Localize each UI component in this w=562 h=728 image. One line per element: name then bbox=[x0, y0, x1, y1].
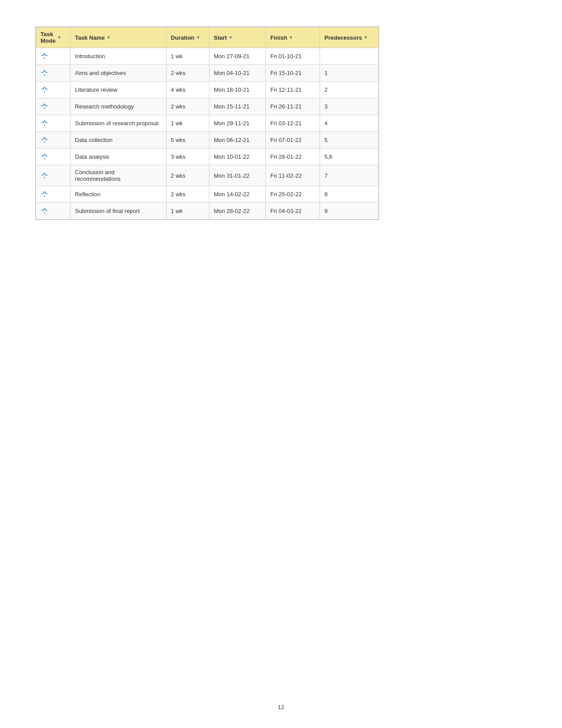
svg-point-3 bbox=[44, 55, 45, 56]
duration-cell: 2 wks bbox=[166, 98, 209, 115]
sort-arrow-duration: ▼ bbox=[196, 35, 200, 40]
predecessors-cell: 4 bbox=[320, 115, 378, 132]
svg-point-35 bbox=[44, 193, 45, 194]
predecessors-cell: 8 bbox=[320, 186, 378, 203]
sort-arrow-task-mode: ▼ bbox=[57, 35, 61, 40]
start-cell: Mon 14-02-22 bbox=[209, 186, 266, 203]
predecessors-cell: 5,6 bbox=[320, 149, 378, 165]
duration-cell: 3 wks bbox=[166, 149, 209, 165]
table-body: Introduction1 wkMon 27-09-21Fri 01-10-21… bbox=[36, 48, 379, 220]
table-row: Literature review4 wksMon 18-10-21Fri 12… bbox=[36, 82, 379, 98]
task-mode-icon bbox=[41, 119, 48, 127]
start-cell: Mon 04-10-21 bbox=[209, 65, 266, 82]
task-mode-cell bbox=[36, 82, 71, 98]
finish-cell: Fri 07-01-22 bbox=[266, 132, 320, 149]
col-task-mode-label: TaskMode bbox=[41, 31, 56, 44]
task-name-cell: Conclusion and recommendations bbox=[71, 165, 167, 186]
task-name-cell: Submission of research proposal bbox=[71, 115, 167, 132]
start-cell: Mon 29-11-21 bbox=[209, 115, 266, 132]
col-header-task-mode[interactable]: TaskMode ▼ bbox=[36, 27, 71, 48]
page-container: TaskMode ▼ Task Name ▼ Duration ▼ bbox=[0, 0, 562, 248]
task-mode-cell bbox=[36, 149, 71, 165]
task-name-cell: Introduction bbox=[71, 48, 167, 65]
col-header-start[interactable]: Start ▼ bbox=[209, 27, 266, 48]
predecessors-cell: 3 bbox=[320, 98, 378, 115]
start-cell: Mon 18-10-21 bbox=[209, 82, 266, 98]
table-row: Research methodology2 wksMon 15-11-21Fri… bbox=[36, 98, 379, 115]
finish-cell: Fri 04-03-22 bbox=[266, 203, 320, 220]
col-start-label: Start bbox=[214, 34, 227, 41]
table-row: Introduction1 wkMon 27-09-21Fri 01-10-21 bbox=[36, 48, 379, 65]
task-name-cell: Data collection bbox=[71, 132, 167, 149]
task-mode-cell bbox=[36, 65, 71, 82]
col-predecessors-label: Predecessors bbox=[324, 34, 362, 41]
task-name-cell: Reflection bbox=[71, 186, 167, 203]
sort-arrow-task-name: ▼ bbox=[107, 35, 111, 40]
finish-cell: Fri 11-02-22 bbox=[266, 165, 320, 186]
svg-point-11 bbox=[44, 88, 45, 90]
col-finish-label: Finish bbox=[270, 34, 287, 41]
duration-cell: 4 wks bbox=[166, 82, 209, 98]
task-mode-icon bbox=[41, 190, 48, 198]
finish-cell: Fri 03-12-21 bbox=[266, 115, 320, 132]
duration-cell: 1 wk bbox=[166, 203, 209, 220]
gantt-table-wrapper: TaskMode ▼ Task Name ▼ Duration ▼ bbox=[35, 26, 379, 220]
duration-cell: 1 wk bbox=[166, 48, 209, 65]
task-mode-cell bbox=[36, 115, 71, 132]
predecessors-cell: 1 bbox=[320, 65, 378, 82]
svg-rect-34 bbox=[44, 195, 45, 197]
svg-rect-6 bbox=[44, 74, 45, 76]
task-mode-icon bbox=[41, 171, 48, 179]
predecessors-cell: 5 bbox=[320, 132, 378, 149]
svg-point-31 bbox=[44, 174, 45, 176]
task-name-cell: Literature review bbox=[71, 82, 167, 98]
svg-rect-2 bbox=[44, 57, 45, 59]
predecessors-cell: 9 bbox=[320, 203, 378, 220]
task-mode-icon bbox=[41, 102, 48, 110]
task-name-cell: Data analysis bbox=[71, 149, 167, 165]
duration-cell: 1 wk bbox=[166, 115, 209, 132]
finish-cell: Fri 26-11-21 bbox=[266, 98, 320, 115]
col-duration-label: Duration bbox=[171, 34, 194, 41]
svg-rect-18 bbox=[44, 124, 45, 126]
svg-point-39 bbox=[44, 209, 45, 211]
start-cell: Mon 28-02-22 bbox=[209, 203, 266, 220]
finish-cell: Fri 12-11-21 bbox=[266, 82, 320, 98]
start-cell: Mon 15-11-21 bbox=[209, 98, 266, 115]
duration-cell: 5 wks bbox=[166, 132, 209, 149]
col-task-name-label: Task Name bbox=[75, 34, 105, 41]
task-name-cell: Submission of final report bbox=[71, 203, 167, 220]
task-mode-cell bbox=[36, 132, 71, 149]
svg-rect-26 bbox=[44, 158, 45, 160]
task-mode-cell bbox=[36, 203, 71, 220]
start-cell: Mon 31-01-22 bbox=[209, 165, 266, 186]
col-header-predecessors[interactable]: Predecessors ▼ bbox=[320, 27, 378, 48]
task-mode-icon bbox=[41, 152, 48, 160]
duration-cell: 2 wks bbox=[166, 186, 209, 203]
task-mode-icon bbox=[41, 68, 48, 76]
task-mode-cell bbox=[36, 186, 71, 203]
task-mode-cell bbox=[36, 48, 71, 65]
start-cell: Mon 27-09-21 bbox=[209, 48, 266, 65]
col-header-task-name[interactable]: Task Name ▼ bbox=[71, 27, 167, 48]
finish-cell: Fri 25-02-22 bbox=[266, 186, 320, 203]
start-cell: Mon 10-01-22 bbox=[209, 149, 266, 165]
gantt-table: TaskMode ▼ Task Name ▼ Duration ▼ bbox=[36, 27, 379, 220]
col-header-finish[interactable]: Finish ▼ bbox=[266, 27, 320, 48]
task-mode-cell bbox=[36, 165, 71, 186]
task-mode-icon bbox=[41, 206, 48, 214]
sort-arrow-start: ▼ bbox=[229, 35, 233, 40]
svg-point-27 bbox=[44, 155, 45, 157]
col-header-duration[interactable]: Duration ▼ bbox=[166, 27, 209, 48]
predecessors-cell: 2 bbox=[320, 82, 378, 98]
duration-cell: 2 wks bbox=[166, 165, 209, 186]
start-cell: Mon 06-12-21 bbox=[209, 132, 266, 149]
sort-arrow-finish: ▼ bbox=[289, 35, 293, 40]
table-row: Data analysis3 wksMon 10-01-22Fri 28-01-… bbox=[36, 149, 379, 165]
table-row: Submission of final report1 wkMon 28-02-… bbox=[36, 203, 379, 220]
table-row: Aims and objectives2 wksMon 04-10-21Fri … bbox=[36, 65, 379, 82]
svg-point-23 bbox=[44, 138, 45, 140]
task-name-cell: Aims and objectives bbox=[71, 65, 167, 82]
task-name-cell: Research methodology bbox=[71, 98, 167, 115]
predecessors-cell bbox=[320, 48, 378, 65]
